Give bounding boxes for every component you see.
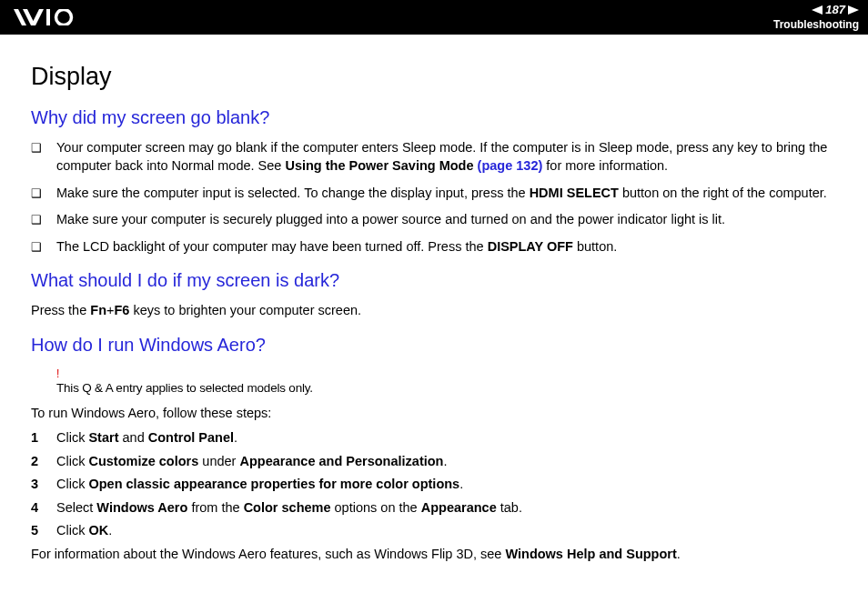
bold-text: Color scheme (244, 500, 331, 515)
list-item: The LCD backlight of your computer may h… (31, 238, 837, 256)
q3-outro: For information about the Windows Aero f… (31, 546, 837, 564)
bold-text: Customize colors (88, 454, 198, 468)
text: options on the (331, 500, 421, 515)
list-item: Make sure your computer is securely plug… (31, 211, 837, 229)
q1-heading: Why did my screen go blank? (31, 106, 837, 130)
note-block: ! This Q & A entry applies to selected m… (56, 367, 837, 397)
step-item: Click Start and Control Panel. (31, 429, 837, 447)
q3-heading: How do I run Windows Aero? (31, 333, 837, 357)
svg-rect-0 (46, 9, 50, 25)
text: The LCD backlight of your computer may h… (56, 239, 488, 254)
q3-steps: Click Start and Control Panel. Click Cus… (31, 429, 837, 540)
q1-list: Your computer screen may go blank if the… (31, 139, 837, 256)
text: Click (56, 430, 88, 445)
next-page-icon[interactable] (848, 5, 859, 15)
text: Make sure the computer input is selected… (56, 186, 530, 200)
page-nav: 187 (812, 3, 859, 18)
q2-heading: What should I do if my screen is dark? (31, 268, 837, 293)
text: for more information. (542, 158, 668, 173)
bold-text: Windows Aero (96, 500, 187, 515)
text: Make sure your computer is securely plug… (56, 212, 725, 226)
text: tab. (497, 500, 522, 515)
text: button on the right of the computer. (619, 186, 827, 200)
text: . (443, 454, 447, 468)
text: Click (56, 454, 88, 468)
text: Click (56, 477, 88, 491)
bold-text: Appearance (421, 500, 497, 515)
step-item: Select Windows Aero from the Color schem… (31, 499, 837, 518)
header-right: 187 Troubleshooting (773, 3, 859, 32)
warning-icon: ! (56, 367, 837, 381)
section-label: Troubleshooting (773, 18, 859, 33)
text: . (459, 477, 463, 491)
page-number: 187 (825, 3, 845, 18)
text: . (108, 523, 112, 538)
bold-text: HDMI SELECT (530, 186, 619, 200)
step-item: Click Open classic appearance properties… (31, 476, 837, 494)
text: from the (187, 500, 243, 515)
bold-text: Start (88, 430, 118, 445)
text: under (198, 454, 239, 468)
text: Press the (31, 303, 90, 317)
text: and (119, 430, 148, 445)
step-item: Click OK. (31, 522, 837, 540)
q2-text: Press the Fn+F6 keys to brighten your co… (31, 302, 837, 320)
bold-text: OK (88, 523, 108, 538)
text: keys to brighten your computer screen. (129, 303, 361, 317)
bold-text: Open classic appearance properties for m… (88, 477, 459, 491)
list-item: Your computer screen may go blank if the… (31, 139, 837, 175)
page-title: Display (31, 60, 837, 93)
prev-page-icon[interactable] (812, 5, 823, 15)
bold-text: Appearance and Personalization (239, 454, 443, 468)
text: For information about the Windows Aero f… (31, 547, 505, 561)
bold-text: Fn (90, 303, 106, 317)
q3-intro: To run Windows Aero, follow these steps: (31, 405, 837, 423)
text: Select (56, 500, 96, 515)
bold-text: Using the Power Saving Mode (285, 158, 477, 173)
svg-point-1 (56, 10, 72, 25)
text: . (677, 547, 681, 561)
content-area: Display Why did my screen go blank? Your… (0, 35, 868, 589)
page-link[interactable]: (page 132) (478, 158, 543, 173)
text: . (234, 430, 237, 445)
bold-text: Control Panel (148, 430, 234, 445)
bold-text: F6 (114, 303, 129, 317)
bold-text: DISPLAY OFF (488, 239, 573, 254)
vaio-logo (9, 9, 96, 25)
header-bar: 187 Troubleshooting (0, 0, 868, 35)
text: button. (573, 239, 617, 254)
list-item: Make sure the computer input is selected… (31, 185, 837, 203)
note-text: This Q & A entry applies to selected mod… (56, 381, 313, 395)
text: Click (56, 523, 88, 538)
bold-text: Windows Help and Support (505, 547, 676, 561)
step-item: Click Customize colors under Appearance … (31, 453, 837, 471)
